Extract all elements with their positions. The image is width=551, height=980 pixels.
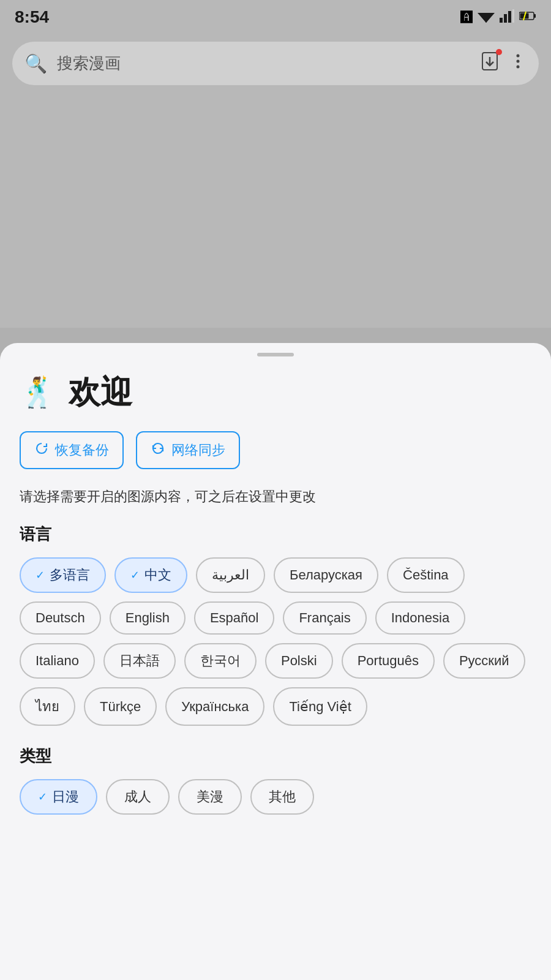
chip-label: 美漫	[197, 788, 223, 806]
sync-icon	[151, 441, 165, 459]
chip-label: 其他	[269, 788, 296, 806]
chip-label: Português	[358, 653, 419, 669]
action-buttons: 恢复备份 网络同步	[20, 431, 531, 469]
language-chip-multilang[interactable]: ✓多语言	[20, 557, 106, 593]
type-chip-webtoon[interactable]: 美漫	[178, 779, 242, 815]
language-chip-belarusian[interactable]: Беларуская	[274, 557, 378, 593]
language-chip-arabic[interactable]: العربية	[196, 557, 265, 593]
chip-label: ไทย	[36, 696, 59, 717]
language-section-label: 语言	[20, 524, 531, 545]
chip-label: Українська	[181, 699, 249, 715]
language-chip-japanese[interactable]: 日本語	[103, 643, 176, 679]
language-chip-korean[interactable]: 한국어	[184, 643, 257, 679]
language-chip-vietnamese[interactable]: Tiếng Việt	[273, 687, 367, 726]
description-text: 请选择需要开启的图源内容，可之后在设置中更改	[20, 486, 531, 507]
language-chip-espanol[interactable]: Español	[194, 601, 275, 635]
status-icons: 🅰	[460, 9, 536, 25]
check-icon: ✓	[130, 568, 140, 582]
signal-icon	[500, 9, 514, 25]
chip-label: Deutsch	[36, 610, 85, 626]
type-chip-other[interactable]: 其他	[250, 779, 314, 815]
restore-icon	[34, 441, 49, 459]
search-actions	[480, 51, 527, 75]
language-chip-chinese[interactable]: ✓中文	[114, 557, 187, 593]
language-chip-italiano[interactable]: Italiano	[20, 643, 95, 679]
type-section-label: 类型	[20, 745, 531, 767]
language-chip-francais[interactable]: Français	[283, 601, 366, 635]
sim-icon: 🅰	[460, 10, 473, 24]
chip-label: Français	[299, 610, 350, 626]
status-time: 8:54	[15, 7, 49, 27]
svg-point-14	[517, 60, 520, 63]
svg-point-15	[517, 66, 520, 69]
wifi-icon	[478, 9, 495, 25]
chip-label: 한국어	[200, 652, 241, 670]
chip-label: Čeština	[403, 567, 449, 583]
search-icon: 🔍	[24, 53, 47, 74]
battery-icon	[519, 12, 536, 23]
welcome-icon: 🕺	[20, 375, 56, 410]
svg-rect-8	[534, 14, 536, 18]
svg-rect-3	[500, 18, 503, 23]
more-button[interactable]	[509, 53, 527, 74]
chip-label: Беларуская	[290, 567, 362, 583]
search-area: 🔍 搜索漫画	[0, 32, 551, 95]
svg-rect-6	[512, 9, 514, 23]
chip-label: Italiano	[36, 653, 79, 669]
welcome-header: 🕺 欢迎	[20, 371, 531, 414]
search-placeholder: 搜索漫画	[57, 53, 470, 74]
svg-rect-5	[508, 11, 511, 23]
drag-handle[interactable]	[257, 353, 294, 356]
welcome-title: 欢迎	[69, 371, 132, 414]
download-badge	[496, 49, 502, 55]
status-bar: 8:54 🅰	[0, 0, 551, 32]
chip-label: English	[126, 610, 170, 626]
svg-rect-4	[504, 14, 507, 23]
chip-label: 成人	[124, 788, 151, 806]
language-chip-polski[interactable]: Polski	[265, 643, 333, 679]
chip-label: Русский	[459, 653, 509, 669]
type-chip-adult[interactable]: 成人	[106, 779, 170, 815]
network-sync-label: 网络同步	[171, 441, 225, 459]
sheet-content: 🕺 欢迎 恢复备份	[0, 371, 551, 815]
download-button[interactable]	[480, 51, 500, 75]
language-chip-english[interactable]: English	[110, 601, 186, 635]
restore-backup-button[interactable]: 恢复备份	[20, 431, 124, 469]
language-chip-turkish[interactable]: Türkçe	[84, 687, 157, 726]
chip-label: Polski	[281, 653, 317, 669]
language-chip-portuguese[interactable]: Português	[342, 643, 435, 679]
background-area	[0, 95, 551, 328]
type-chip-manga[interactable]: ✓日漫	[20, 779, 97, 815]
language-chip-thai[interactable]: ไทย	[20, 687, 75, 726]
chip-label: 中文	[144, 566, 171, 584]
language-chip-ukrainian[interactable]: Українська	[165, 687, 264, 726]
chip-label: Tiếng Việt	[289, 699, 351, 715]
bottom-sheet: 🕺 欢迎 恢复备份	[0, 343, 551, 980]
chip-label: Indonesia	[391, 610, 449, 626]
language-chips: ✓多语言✓中文العربيةБеларускаяČeštinaDeutschEn…	[20, 557, 531, 726]
network-sync-button[interactable]: 网络同步	[136, 431, 240, 469]
search-bar[interactable]: 🔍 搜索漫画	[12, 42, 539, 85]
chip-label: Türkçe	[100, 699, 141, 715]
chip-label: 日漫	[52, 788, 79, 806]
chip-label: 日本語	[119, 652, 160, 670]
check-icon: ✓	[38, 790, 47, 804]
chip-label: 多语言	[50, 566, 90, 584]
language-chip-russian[interactable]: Русский	[443, 643, 525, 679]
svg-point-13	[517, 55, 520, 58]
restore-backup-label: 恢复备份	[55, 441, 109, 459]
chip-label: Español	[210, 610, 259, 626]
check-icon: ✓	[36, 568, 45, 582]
language-chip-czech[interactable]: Čeština	[387, 557, 465, 593]
language-chip-deutsch[interactable]: Deutsch	[20, 601, 101, 635]
language-chip-indonesia[interactable]: Indonesia	[375, 601, 465, 635]
type-chips: ✓日漫成人美漫其他	[20, 779, 531, 815]
chip-label: العربية	[212, 567, 249, 583]
